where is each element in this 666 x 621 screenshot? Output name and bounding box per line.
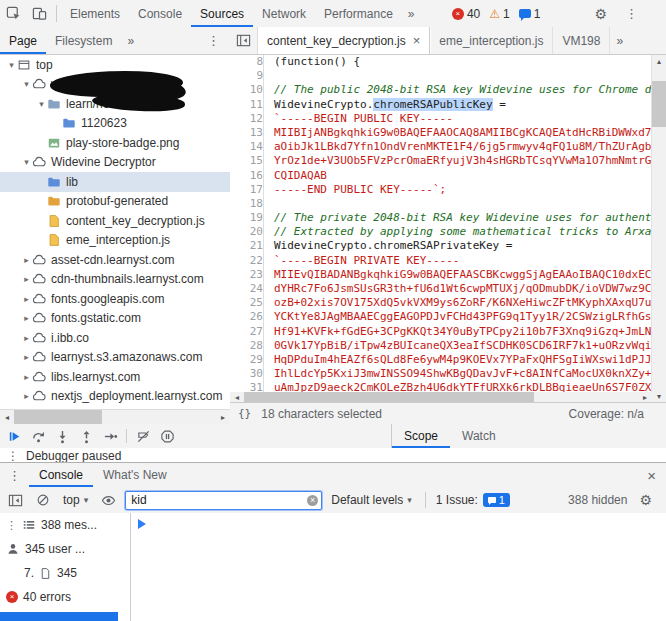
line-number[interactable]: 21 (230, 239, 269, 253)
drawer-tab-what-s-new[interactable]: What's New (93, 463, 177, 487)
line-number[interactable]: 26 (230, 310, 269, 324)
step-over-button[interactable] (26, 424, 50, 448)
step-out-button[interactable] (74, 424, 98, 448)
code-line-20[interactable]: 20// Extracted by applying some mathemat… (230, 225, 652, 239)
tree-item-content-key-decryption-js[interactable]: content_key_decryption.js (0, 211, 230, 231)
code-line-16[interactable]: 16CQIDAQAB (230, 169, 652, 183)
code-line-11[interactable]: 11WidevineCrypto.chromeRSAPublicKey = (230, 98, 652, 112)
tree-item-1120623[interactable]: 1120623 (0, 114, 230, 134)
console-messages-pane[interactable] (131, 513, 666, 621)
code-line-17[interactable]: 17-----END PUBLIC KEY-----`; (230, 183, 652, 197)
scrollbar-thumb[interactable] (14, 410, 102, 424)
line-number[interactable]: 13 (230, 126, 269, 140)
line-number[interactable]: 20 (230, 225, 269, 239)
chevron-right-icon[interactable]: ▸ (21, 352, 32, 362)
panel-tab-performance[interactable]: Performance (315, 0, 402, 27)
chevron-right-icon[interactable]: ▸ (21, 274, 32, 284)
step-button[interactable] (98, 424, 122, 448)
code-line-14[interactable]: 14aOibJk1LBkd7Yfn1OndVrenMKTE1F4/6jg5rmw… (230, 140, 652, 154)
tree-item-lib[interactable]: lib (0, 172, 230, 192)
line-number[interactable]: 19 (230, 211, 269, 225)
code-line-29[interactable]: 29HqDPduIm4hEAZf6sQLd8Fe6ywM4p9KOEVx7YPa… (230, 353, 652, 367)
clear-console-icon[interactable] (32, 489, 54, 511)
code-line-30[interactable]: 30IhlLdcYp5KxiJ3mwINSSO94ShwKBgQDavJvF+c… (230, 367, 652, 381)
chevron-down-icon[interactable]: ▾ (6, 60, 17, 70)
chevron-right-icon[interactable]: ▸ (21, 391, 32, 401)
line-number[interactable]: 31 (230, 381, 269, 392)
console-filter-input[interactable] (125, 491, 322, 510)
console-sidebar-388-mes[interactable]: ⋮388 mes... (0, 513, 130, 537)
code-line-24[interactable]: 24dYHRc7Fo6JsmSUsGR3th+fU6d1Wt6cwpMTUXj/… (230, 282, 652, 296)
code-line-27[interactable]: 27Hf91+KVFk+fGdEG+3CPgKKQt34Y0uByTPCpy2i… (230, 325, 652, 339)
navigator-toggle-icon[interactable] (230, 27, 258, 54)
editor-tab-content-key-decryption-js[interactable]: content_key_decryption.js× (258, 27, 430, 54)
console-sidebar-345[interactable]: 7.345 (0, 561, 130, 585)
close-drawer-icon[interactable]: × (637, 463, 666, 487)
navigator-horizontal-scrollbar[interactable]: ◂ ▸ (0, 409, 230, 424)
line-number[interactable]: 15 (230, 154, 269, 168)
console-sidebar-40-errors[interactable]: 40 errors (0, 585, 130, 609)
line-number[interactable]: 9 (230, 69, 269, 83)
pretty-print-icon[interactable]: {} (238, 407, 251, 420)
line-number[interactable]: 23 (230, 268, 269, 282)
line-number[interactable]: 14 (230, 140, 269, 154)
close-tab-icon[interactable]: × (413, 33, 421, 48)
debug-tab-watch[interactable]: Watch (450, 424, 508, 448)
tree-item-fonts-gstatic-com[interactable]: ▸fonts.gstatic.com (0, 309, 230, 329)
settings-gear-icon[interactable]: ⚙ (586, 0, 615, 27)
tree-item-libs-learnyst-com[interactable]: ▸libs.learnyst.com (0, 367, 230, 387)
line-number[interactable]: 17 (230, 183, 269, 197)
line-number[interactable]: 27 (230, 325, 269, 339)
inspect-element-icon[interactable] (0, 0, 26, 27)
more-panels-icon[interactable]: » (402, 0, 421, 27)
live-expression-eye-icon[interactable] (97, 489, 119, 511)
line-number[interactable]: 10 (230, 83, 269, 97)
deactivate-breakpoints-button[interactable] (131, 424, 155, 448)
code-line-10[interactable]: 10// The public 2048-bit RSA key Widevin… (230, 83, 652, 97)
more-navigator-tabs-icon[interactable]: » (121, 27, 140, 54)
step-into-button[interactable] (50, 424, 74, 448)
error-count-badge[interactable]: 40 (452, 7, 480, 21)
issues-count-badge[interactable]: 1 (519, 7, 541, 21)
tree-item-learnyst-s3-amazonaws-com[interactable]: ▸learnyst.s3.amazonaws.com (0, 348, 230, 368)
chevron-right-icon[interactable]: ▸ (21, 294, 32, 304)
panel-tab-elements[interactable]: Elements (61, 0, 129, 27)
line-number[interactable]: 25 (230, 296, 269, 310)
code-line-15[interactable]: 15YrOz1de+V3UOb5FVzPcrOmaERfyujV3h4sHGRb… (230, 154, 652, 168)
line-number[interactable]: 16 (230, 169, 269, 183)
drawer-kebab-icon[interactable]: ⋮ (0, 463, 29, 487)
panel-tab-sources[interactable]: Sources (191, 0, 253, 27)
tree-item-cdn-thumbnails-learnyst-com[interactable]: ▸cdn-thumbnails.learnyst.com (0, 270, 230, 290)
chevron-right-icon[interactable]: ▸ (21, 333, 32, 343)
code-line-31[interactable]: 31uAmJpzD9aeck2CmKOLeZBzh4U6dkYTFfURXk6r… (230, 381, 652, 392)
code-line-21[interactable]: 21WidevineCrypto.chromeRSAPrivateKey = (230, 239, 652, 253)
line-number[interactable]: 8 (230, 55, 269, 69)
editor-tab-vm198[interactable]: VM198 (553, 27, 610, 54)
chevron-down-icon[interactable]: ▾ (36, 99, 47, 109)
code-line-8[interactable]: 8(function() { (230, 55, 652, 69)
code-line-12[interactable]: 12`-----BEGIN PUBLIC KEY----- (230, 112, 652, 126)
scroll-right-icon[interactable]: ▸ (216, 410, 230, 424)
code-editor[interactable]: 8(function() {910// The public 2048-bit … (230, 55, 652, 392)
line-number[interactable]: 28 (230, 339, 269, 353)
scroll-left-icon[interactable]: ◂ (0, 410, 14, 424)
code-line-22[interactable]: 22`-----BEGIN PRIVATE KEY----- (230, 254, 652, 268)
tree-item-eme-interception-js[interactable]: eme_interception.js (0, 231, 230, 251)
code-line-19[interactable]: 19// The private 2048-bit RSA key Widevi… (230, 211, 652, 225)
tree-item-asset-cdn-learnyst-com[interactable]: ▸asset-cdn.learnyst.com (0, 250, 230, 270)
panel-tab-console[interactable]: Console (129, 0, 191, 27)
code-line-18[interactable]: 18 (230, 197, 652, 211)
code-line-13[interactable]: 13MIIBIjANBgkqhkiG9w0BAQEFAAOCAQ8AMIIBCg… (230, 126, 652, 140)
line-number[interactable]: 11 (230, 98, 269, 112)
console-sidebar-345-user[interactable]: 345 user ... (0, 537, 130, 561)
line-number[interactable]: 30 (230, 367, 269, 381)
code-line-9[interactable]: 9 (230, 69, 652, 83)
issues-chip[interactable]: 1 (483, 493, 510, 507)
editor-tab-eme-interception-js[interactable]: eme_interception.js (430, 27, 553, 54)
chevron-right-icon[interactable]: ▸ (21, 255, 32, 265)
code-line-23[interactable]: 23MIIEvQIBADANBgkqhkiG9w0BAQEFAASCBKcwgg… (230, 268, 652, 282)
paused-kebab-icon[interactable]: ⋮ (7, 448, 19, 462)
code-line-26[interactable]: 26YCKtYe8JAgMBAAECggEAGOPDJvFCHd43PFG9q1… (230, 310, 652, 324)
debug-tab-scope[interactable]: Scope (392, 424, 450, 448)
tree-item-play-store-badge-png[interactable]: play-store-badge.png (0, 133, 230, 153)
